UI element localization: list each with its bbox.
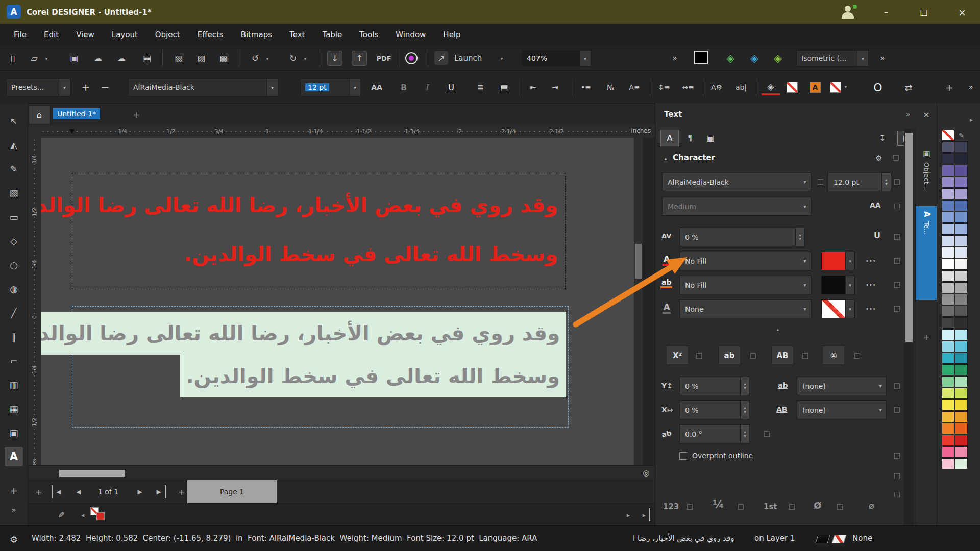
fill-state-swatch[interactable] [694,51,708,64]
font-size-dropdown-icon[interactable]: ▾ [349,79,360,96]
italic-button[interactable]: I [418,78,436,96]
palette-swatch[interactable] [942,141,954,153]
open-dropdown-icon[interactable]: ▾ [43,54,50,63]
character-options-gear-icon[interactable]: ⚙ [873,152,885,164]
stepper[interactable]: ▴▾ [881,173,891,191]
selected-text-frame[interactable]: وقد روي في بعض الأخبار، رضا الله تعالى ر… [72,306,569,428]
font-color-swatch-icon[interactable]: A [810,82,821,93]
docker-tab-object[interactable]: ▣ Object... [916,144,938,206]
word-spacing-icon[interactable]: ↔≡ [679,78,697,96]
eyedropper-icon[interactable]: ✎ [55,508,68,521]
stepper[interactable]: ▴▾ [740,401,749,419]
palette-swatch[interactable] [942,458,954,469]
palette-options-icon[interactable]: ▸ [967,115,976,124]
outline-settings-icon[interactable]: ••• [866,306,876,312]
palette-swatch[interactable] [955,282,968,293]
menu-item[interactable]: Tools [351,24,387,45]
palette-swatch[interactable] [955,341,968,352]
style-dropdown-icon[interactable]: ▾ [799,197,811,215]
palette-no-color-swatch[interactable] [942,130,954,141]
document-tab-untitled[interactable]: Untitled-1* [53,108,100,119]
print-icon[interactable]: ▤ [138,49,156,67]
font-list-combo[interactable]: AlRaiMedia-Black ▾ [128,78,278,96]
character-settings-icon[interactable]: A⚙ [707,78,726,96]
cylinder-tool[interactable]: ▥ [5,375,23,394]
no-fill-swatch-icon[interactable] [787,82,798,93]
shape-tool[interactable]: ◭ [5,135,23,155]
presets-dropdown-icon[interactable]: ▾ [59,79,70,96]
palette-swatch[interactable] [942,259,954,270]
increase-indent-icon[interactable]: ⇥ [546,78,565,96]
palette-swatch[interactable] [942,212,954,223]
link-indicator[interactable] [894,179,900,185]
background-color-dropdown-icon[interactable]: ▾ [845,276,854,294]
add-toolbar-item-icon[interactable]: + [940,78,959,96]
palette-swatch[interactable] [942,223,954,235]
vertical-shift-field[interactable]: 0 % ▴▾ [679,377,750,395]
fill-color-swatch[interactable]: ▾ [821,252,855,270]
add-docker-icon[interactable]: + [920,331,933,343]
palette-swatch[interactable] [942,153,954,164]
fill-color-dropdown-icon[interactable]: ▾ [845,252,854,270]
menu-item[interactable]: Text [281,24,313,45]
font-scale-icon[interactable]: AA [368,78,386,96]
palette-swatch[interactable] [955,294,968,305]
first-page-icon[interactable]: ◀ [52,485,65,498]
palette-pencil-icon[interactable]: ✎ [955,130,968,141]
character-angle-field[interactable]: 0.0 ° ▴▾ [679,424,750,443]
outline-color-swatch-icon[interactable] [830,82,841,93]
polygon-tool[interactable]: ◇ [5,231,23,251]
add-page-icon[interactable]: + [32,485,45,498]
docker-font-combo[interactable]: AlRaiMedia-Black ▾ [662,172,811,191]
section-collapse-icon[interactable]: ▴ [662,154,670,162]
menu-item[interactable]: Bitmaps [232,24,281,45]
palette-swatch[interactable] [942,423,954,434]
export-icon[interactable]: ↑ [352,51,367,66]
toolbox-overflow-icon[interactable]: » [7,503,20,516]
line-spacing-icon[interactable]: ↕≡ [655,78,673,96]
palette-swatch[interactable] [942,270,954,282]
scrollbar-thumb[interactable] [635,244,642,279]
ot-fraction-button[interactable]: ¼ [713,498,724,511]
kerning-field[interactable]: 0 % ▴▾ [679,228,805,246]
previous-page-icon[interactable]: ◀ [72,485,85,498]
fill-type-combo[interactable]: No Fill ▾ [679,252,811,270]
outline-indicator-icon[interactable] [831,535,847,543]
link-indicator[interactable] [894,407,900,413]
docker-scrollbar[interactable] [904,129,914,525]
palette-swatch[interactable] [955,235,968,246]
palette-swatch[interactable] [955,364,968,375]
outline-color-dropdown-icon[interactable]: ▾ [845,300,854,318]
docker-close-icon[interactable]: × [920,108,933,121]
font-dropdown-icon[interactable]: ▾ [799,173,811,191]
link-indicator[interactable] [738,504,744,510]
open-icon[interactable]: ▱ [26,49,43,67]
copy-icon[interactable]: ▨ [192,49,210,67]
zoom-dropdown-icon[interactable]: ▾ [579,51,591,66]
scrollbar-thumb[interactable] [59,470,125,477]
pick-tool[interactable]: ↖ [5,111,23,131]
palette-swatch[interactable] [955,329,968,340]
palette-swatch[interactable] [955,141,968,153]
new-document-tab-icon[interactable]: + [130,109,142,121]
ot-numerals-button[interactable]: 123 [663,502,679,511]
bullets-icon[interactable]: •≡ [577,78,595,96]
fill-settings-icon[interactable]: ••• [866,258,876,264]
caps-style-dropdown-icon[interactable]: ▾ [875,401,886,419]
isometric-cube-icon[interactable]: ◈ [769,49,787,67]
menu-item[interactable]: Window [387,24,434,45]
menu-item[interactable]: Layout [103,24,146,45]
palette-swatch[interactable] [942,364,954,375]
link-indicator[interactable] [894,473,900,479]
decrease-indent-icon[interactable]: ⇤ [524,78,542,96]
toolbar-overflow-icon[interactable]: » [874,49,891,67]
toolbar-overflow-icon[interactable]: » [666,49,683,67]
palette-swatch[interactable] [942,446,954,458]
page-tab[interactable]: Page 1 [187,480,277,504]
duplicate-icon[interactable]: ▩ [215,49,232,67]
redo-dropdown-icon[interactable]: ▾ [302,54,309,63]
link-indicator[interactable] [687,504,693,510]
vertical-ruler[interactable]: 3/41/21/401/41/2 [28,138,41,465]
background-color-swatch[interactable]: ▾ [821,276,855,294]
ot-diameter-button[interactable]: ⌀ [869,500,874,511]
